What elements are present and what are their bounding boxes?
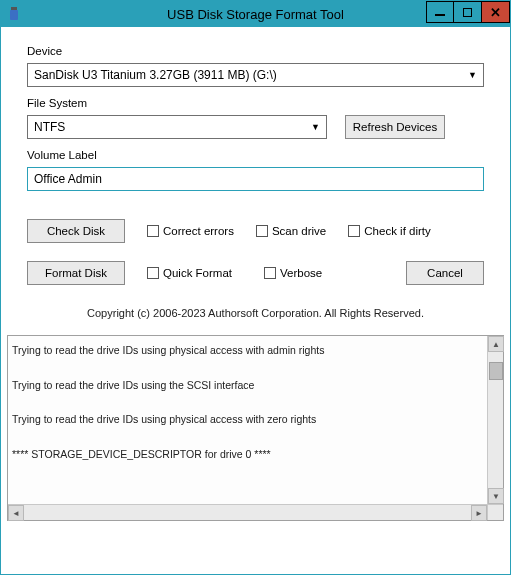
device-selected: SanDisk U3 Titanium 3.27GB (3911 MB) (G:… — [34, 68, 277, 82]
scroll-right-icon[interactable]: ► — [471, 505, 487, 521]
checkbox-icon — [264, 267, 276, 279]
app-window: USB Disk Storage Format Tool ✕ Device Sa… — [0, 0, 511, 575]
refresh-devices-button[interactable]: Refresh Devices — [345, 115, 445, 139]
checkbox-label: Check if dirty — [364, 225, 430, 237]
scan-drive-checkbox[interactable]: Scan drive — [256, 225, 326, 237]
checkbox-icon — [348, 225, 360, 237]
filesystem-selected: NTFS — [34, 120, 65, 134]
quick-format-checkbox[interactable]: Quick Format — [147, 267, 232, 279]
scroll-corner — [487, 504, 503, 520]
usb-drive-icon — [7, 7, 21, 21]
check-if-dirty-checkbox[interactable]: Check if dirty — [348, 225, 430, 237]
checkbox-label: Correct errors — [163, 225, 234, 237]
device-dropdown[interactable]: SanDisk U3 Titanium 3.27GB (3911 MB) (G:… — [27, 63, 484, 87]
scroll-left-icon[interactable]: ◄ — [8, 505, 24, 521]
log-line: **** STORAGE_DEVICE_DESCRIPTOR for drive… — [12, 448, 483, 461]
scrollbar-thumb[interactable] — [489, 362, 503, 380]
log-content[interactable]: Trying to read the drive IDs using physi… — [8, 336, 487, 504]
vertical-scrollbar[interactable]: ▲ ▼ — [487, 336, 503, 504]
log-line: Trying to read the drive IDs using physi… — [12, 413, 483, 426]
volume-label-label: Volume Label — [27, 149, 484, 161]
check-disk-button[interactable]: Check Disk — [27, 219, 125, 243]
copyright-text: Copyright (c) 2006-2023 Authorsoft Corpo… — [27, 307, 484, 319]
checkbox-icon — [147, 225, 159, 237]
log-line: Trying to read the drive IDs using the S… — [12, 379, 483, 392]
maximize-button[interactable] — [454, 1, 482, 23]
scroll-down-icon[interactable]: ▼ — [488, 488, 504, 504]
verbose-checkbox[interactable]: Verbose — [264, 267, 322, 279]
device-label: Device — [27, 45, 484, 57]
checkbox-label: Quick Format — [163, 267, 232, 279]
horizontal-scrollbar[interactable]: ◄ ► — [8, 504, 487, 520]
log-line: Trying to read the drive IDs using physi… — [12, 344, 483, 357]
log-panel: Trying to read the drive IDs using physi… — [7, 335, 504, 521]
chevron-down-icon: ▼ — [468, 70, 477, 80]
filesystem-dropdown[interactable]: NTFS ▼ — [27, 115, 327, 139]
volume-label-value: Office Admin — [34, 172, 102, 186]
scroll-up-icon[interactable]: ▲ — [488, 336, 504, 352]
correct-errors-checkbox[interactable]: Correct errors — [147, 225, 234, 237]
svg-rect-0 — [11, 7, 17, 10]
checkbox-label: Scan drive — [272, 225, 326, 237]
scrollbar-track[interactable] — [488, 380, 503, 488]
close-button[interactable]: ✕ — [482, 1, 510, 23]
scrollbar-track[interactable] — [24, 505, 471, 520]
checkbox-label: Verbose — [280, 267, 322, 279]
filesystem-label: File System — [27, 97, 484, 109]
chevron-down-icon: ▼ — [311, 122, 320, 132]
titlebar[interactable]: USB Disk Storage Format Tool ✕ — [1, 1, 510, 27]
checkbox-icon — [147, 267, 159, 279]
svg-rect-1 — [10, 10, 18, 20]
checkbox-icon — [256, 225, 268, 237]
window-buttons: ✕ — [426, 1, 510, 23]
main-content: Device SanDisk U3 Titanium 3.27GB (3911 … — [1, 27, 510, 335]
cancel-button[interactable]: Cancel — [406, 261, 484, 285]
format-disk-button[interactable]: Format Disk — [27, 261, 125, 285]
volume-label-input[interactable]: Office Admin — [27, 167, 484, 191]
minimize-button[interactable] — [426, 1, 454, 23]
